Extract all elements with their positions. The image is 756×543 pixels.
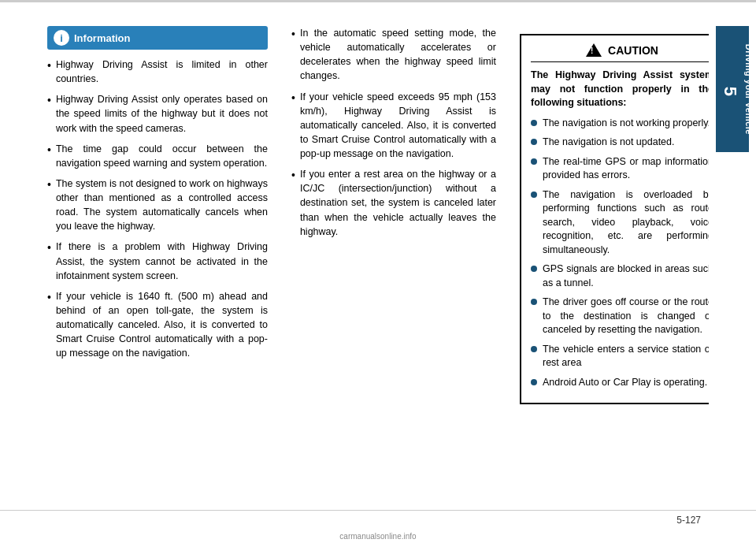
info-bullet-list: Highway Driving Assist is limited in oth… — [47, 58, 268, 360]
middle-bullet-list: In the automatic speed setting mode, the… — [291, 26, 496, 239]
caution-list: The navigation is not working properly. … — [531, 117, 713, 390]
info-icon: i — [54, 30, 69, 46]
page-number: 5-127 — [676, 515, 701, 526]
right-area: CAUTION The Highway Driving Assist syste… — [520, 26, 724, 486]
list-item: The time gap could occur between the nav… — [47, 142, 268, 170]
caution-list-item: The driver goes off course or the route … — [531, 296, 713, 337]
left-column: i Information Highway Driving Assist is … — [47, 26, 276, 486]
chapter-number: 5 — [720, 87, 740, 96]
info-header-label: Information — [74, 32, 131, 44]
caution-list-item: The real-time GPS or map information pro… — [531, 155, 713, 183]
info-box-header: i Information — [47, 26, 268, 50]
list-item: The system is not designed to work on hi… — [47, 177, 268, 234]
watermark: carmanualsonline.info — [0, 530, 756, 543]
list-item: Highway Driving Assist only operates bas… — [47, 92, 268, 135]
caution-list-item: The vehicle enters a service station or … — [531, 343, 713, 370]
content-area: i Information Highway Driving Assist is … — [0, 2, 756, 510]
caution-bullet-icon — [531, 120, 537, 126]
caution-bullet-icon — [531, 346, 537, 352]
list-item: If you enter a rest area on the highway … — [291, 167, 496, 239]
caution-bullet-icon — [531, 192, 537, 198]
caution-triangle-icon — [586, 43, 602, 57]
caution-bullet-icon — [531, 158, 537, 165]
middle-column: In the automatic speed setting mode, the… — [291, 26, 504, 486]
chapter-label: Driving your vehicle — [744, 43, 754, 134]
list-item: If your vehicle is 1640 ft. (500 m) ahea… — [47, 289, 268, 361]
page: i Information Highway Driving Assist is … — [0, 0, 756, 543]
list-item: Highway Driving Assist is limited in oth… — [47, 58, 268, 86]
list-item: In the automatic speed setting mode, the… — [291, 26, 496, 84]
caution-list-item: Android Auto or Car Play is operating. — [531, 376, 713, 390]
caution-bullet-icon — [531, 379, 537, 385]
caution-list-item: The navigation is not working properly. — [531, 117, 713, 131]
caution-bullet-icon — [531, 299, 537, 305]
main-columns: i Information Highway Driving Assist is … — [0, 18, 709, 494]
caution-bullet-icon — [531, 139, 537, 145]
caution-header: CAUTION — [531, 43, 713, 62]
caution-box: CAUTION The Highway Driving Assist syste… — [520, 34, 724, 404]
caution-bullet-icon — [531, 266, 537, 272]
page-footer: 5-127 — [0, 510, 756, 530]
caution-list-item: GPS signals are blocked in areas such as… — [531, 262, 713, 290]
chapter-tab: 5 Driving your vehicle — [716, 26, 749, 152]
right-sidebar: 5 Driving your vehicle — [709, 18, 756, 494]
caution-intro: The Highway Driving Assist system may no… — [531, 69, 713, 110]
caution-label: CAUTION — [608, 44, 658, 57]
caution-list-item: The navigation is overloaded by performi… — [531, 188, 713, 258]
list-item: If your vehicle speed exceeds 95 mph (15… — [291, 90, 496, 162]
caution-list-item: The navigation is not updated. — [531, 136, 713, 150]
list-item: If there is a problem with Highway Drivi… — [47, 240, 268, 282]
